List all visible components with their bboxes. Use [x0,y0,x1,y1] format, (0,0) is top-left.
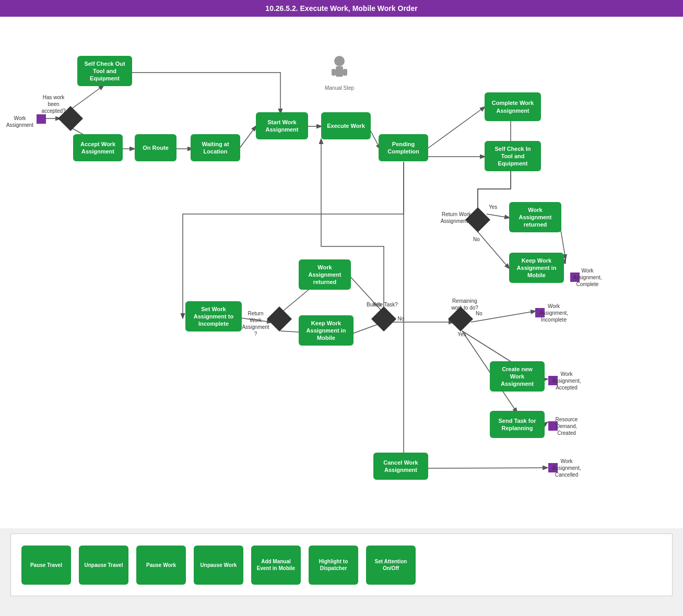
pause-work-btn[interactable]: Pause Work [136,546,186,585]
diagram-area: WorkAssignment Has workbeenaccepted? Sel… [0,17,683,528]
self-checkout-box[interactable]: Self Check OutTool andEquipment [77,56,132,86]
svg-line-25 [427,468,547,468]
svg-rect-27 [336,66,343,77]
diamond-return2 [267,306,292,331]
svg-line-8 [427,107,485,149]
unpause-work-btn[interactable]: Unpause Work [194,546,243,585]
svg-rect-28 [332,69,336,76]
bottom-panel: Pause Travel Unpause Travel Pause Work U… [10,534,673,596]
pending-completion-box[interactable]: PendingCompletion [379,134,428,161]
svg-rect-29 [343,69,347,76]
unpause-travel-btn[interactable]: Unpause Travel [79,546,128,585]
return-work-label2: ReturnWorkAssignment? [241,310,270,337]
waiting-location-box[interactable]: Waiting atLocation [191,134,240,161]
on-route-box[interactable]: On Route [135,134,176,161]
work-incomplete-label: WorkAssignment,Incomplete [532,303,576,323]
yes-remaining-label: Yes [455,331,468,338]
work-returned-mid-box[interactable]: WorkAssignmentreturned [299,259,351,290]
set-incomplete-box[interactable]: Set WorkAssignment toIncomplete [185,301,242,331]
work-complete-label: WorkAssignment,Complete [567,267,608,288]
work-accepted-label: WorkAssignment,Accepted [546,371,587,391]
svg-point-26 [334,56,345,66]
execute-work-box[interactable]: Execute Work [321,112,371,139]
keep-work-mid-box[interactable]: Keep WorkAssignment inMobile [299,315,354,346]
no-remaining-label: No [473,310,486,317]
svg-line-5 [239,126,256,149]
svg-line-1 [70,86,103,110]
work-assignment-label: WorkAssignment [4,115,36,128]
pause-travel-btn[interactable]: Pause Travel [21,546,71,585]
work-cancelled-label: WorkAssignment,Cancelled [546,458,587,478]
create-new-box[interactable]: Create newWorkAssignment [490,361,545,392]
self-checkin-box[interactable]: Self Check InTool andEquipment [485,141,541,171]
diamond-bundle [371,306,396,331]
svg-line-10 [487,214,509,218]
yes-label-top: Yes [489,204,497,210]
svg-line-21 [462,331,517,365]
start-work-box[interactable]: Start WorkAssignment [256,112,308,139]
accept-work-box[interactable]: Accept WorkAssignment [73,134,123,161]
purple-start [37,114,46,124]
cancel-work-box[interactable]: Cancel WorkAssignment [373,453,428,480]
keep-work-top-box[interactable]: Keep WorkAssignment inMobile [509,253,564,283]
title-bar: 10.26.5.2. Execute Work, Mobile Work Ord… [0,0,683,17]
add-manual-btn[interactable]: Add Manual Event in Mobile [251,546,301,585]
yes-bundle-label: Yes [372,301,382,308]
work-returned-top-box[interactable]: WorkAssignmentreturned [509,202,561,232]
manual-step-icon: Manual Step [324,56,355,91]
send-replanning-box[interactable]: Send Task forReplanning [490,411,545,438]
no-label-top: No [473,236,480,243]
set-attention-btn[interactable]: Set Attention On/Off [366,546,416,585]
highlight-dispatcher-btn[interactable]: Highlight to Dispatcher [309,546,358,585]
svg-line-11 [478,232,509,268]
remaining-work-label: Remainingwork to do? [444,298,486,311]
no-bundle-label: No [396,315,406,322]
resource-demand-label: ResourceDemand,Created [546,416,587,436]
complete-work-box[interactable]: Complete WorkAssignment [485,92,541,121]
